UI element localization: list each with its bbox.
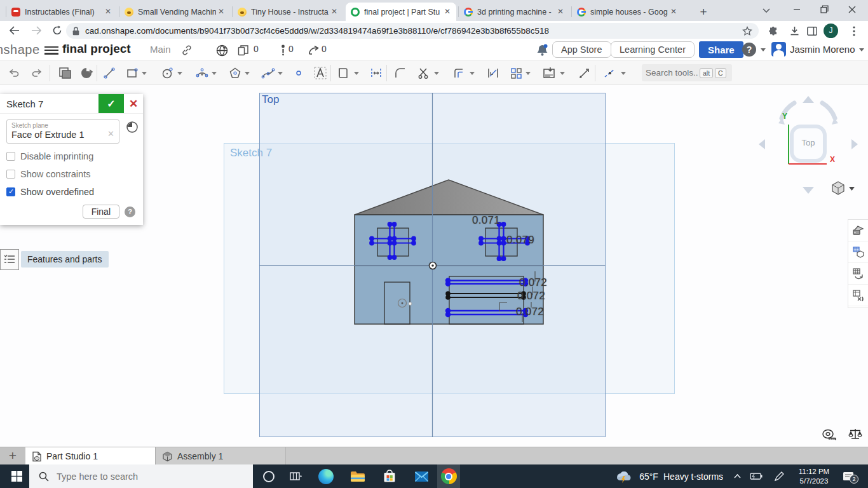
learning-center-button[interactable]: Learning Center: [611, 41, 695, 58]
tab-close-icon[interactable]: ✕: [442, 7, 452, 17]
refresh-button[interactable]: [50, 23, 65, 38]
microsoft-store-icon[interactable]: [378, 464, 401, 488]
offset-curve-icon[interactable]: [451, 65, 466, 81]
downloads-icon[interactable]: [787, 24, 802, 39]
rectangle-tool-icon[interactable]: [125, 65, 140, 81]
help-button[interactable]: ?: [742, 43, 756, 57]
document-title[interactable]: final project: [62, 42, 131, 56]
text-tool-icon[interactable]: [313, 65, 328, 81]
mail-icon[interactable]: [410, 464, 433, 488]
window-minimize-button[interactable]: [784, 0, 810, 21]
branch-export-icon[interactable]: [306, 43, 320, 57]
weather-temp[interactable]: 65°F: [635, 464, 662, 488]
user-menu-caret-icon[interactable]: [859, 48, 864, 51]
task-view-icon[interactable]: [284, 464, 307, 488]
tab-simple-houses[interactable]: simple houses - Goog ✕: [572, 3, 682, 21]
construction-dropdown-icon[interactable]: [620, 71, 627, 77]
dxf-import-icon[interactable]: [541, 65, 557, 81]
checkbox-row[interactable]: Disable imprinting: [6, 151, 137, 161]
extensions-puzzle-icon[interactable]: [766, 24, 781, 39]
dialog-help-icon[interactable]: ?: [125, 207, 135, 217]
polygon-tool-icon[interactable]: [227, 65, 243, 81]
accept-check-button[interactable]: ✓: [98, 94, 124, 113]
measure-arrow-icon[interactable]: [577, 65, 592, 81]
tab-close-icon[interactable]: ✕: [103, 7, 113, 17]
edge-browser-icon[interactable]: [315, 464, 337, 488]
back-button[interactable]: [6, 23, 22, 38]
line-tool-icon[interactable]: [102, 65, 117, 81]
insert-new-element-button[interactable]: +: [0, 447, 25, 465]
taskbar-search-input[interactable]: [57, 471, 228, 482]
taskbar-search-box[interactable]: [29, 464, 253, 488]
search-tools-box[interactable]: alt C: [642, 64, 732, 81]
forward-button[interactable]: [29, 23, 44, 38]
tab-close-icon[interactable]: ✕: [668, 7, 679, 17]
configurations-panel-icon[interactable]: [848, 241, 868, 263]
tab-instructables[interactable]: Instructables (Final) ✕: [6, 3, 117, 21]
tray-chevron-icon[interactable]: [729, 464, 745, 488]
dimension-value[interactable]: 0.079: [506, 234, 534, 247]
dimension-tool-icon[interactable]: [485, 65, 501, 81]
tab-close-icon[interactable]: ✕: [329, 7, 339, 17]
pen-icon[interactable]: [770, 464, 788, 488]
browser-menu-kebab-icon[interactable]: [846, 24, 862, 39]
bookmark-star-icon[interactable]: [742, 26, 752, 36]
cortana-icon[interactable]: [257, 464, 280, 488]
show-overdefined-checkbox[interactable]: [6, 187, 15, 196]
distance-tool-icon[interactable]: [369, 65, 384, 81]
window-restore-button[interactable]: [811, 0, 837, 21]
arc-tool-icon[interactable]: [194, 65, 210, 81]
dimension-value[interactable]: 0.072: [517, 290, 545, 302]
copy-faces-icon[interactable]: [57, 65, 72, 81]
checkbox-row[interactable]: Show constraints: [6, 169, 137, 179]
feature-list-toggle-button[interactable]: [0, 249, 19, 270]
copies-pages-icon[interactable]: [236, 43, 250, 57]
mass-properties-scale-icon[interactable]: [848, 428, 863, 444]
clear-selection-icon[interactable]: ✕: [107, 129, 114, 139]
undo-icon[interactable]: [6, 65, 22, 81]
variables-panel-icon[interactable]: [848, 285, 868, 306]
construction-line-icon[interactable]: [602, 65, 618, 81]
assembly-tab[interactable]: Assembly 1: [156, 447, 286, 465]
tab-close-icon[interactable]: ✕: [555, 7, 566, 17]
dxf-dropdown-icon[interactable]: [559, 71, 566, 77]
spline-dropdown-icon[interactable]: [277, 71, 283, 77]
taskbar-clock[interactable]: 11:12 PM 5/7/2023: [792, 464, 836, 488]
top-plane[interactable]: [259, 93, 606, 437]
part-studio-tab[interactable]: Part Studio 1: [25, 447, 156, 465]
dimension-value[interactable]: 0.072: [519, 276, 547, 289]
share-link-icon[interactable]: [180, 43, 194, 57]
workspace-name[interactable]: Main: [150, 44, 171, 55]
final-button[interactable]: Final: [83, 205, 119, 219]
polygon-dropdown-icon[interactable]: [244, 71, 250, 77]
pattern-dropdown-icon[interactable]: [525, 71, 531, 77]
globe-public-icon[interactable]: [215, 43, 229, 57]
share-button[interactable]: Share: [699, 41, 743, 58]
redo-icon[interactable]: [29, 65, 44, 81]
battery-icon[interactable]: [747, 464, 765, 488]
search-tools-input[interactable]: [646, 68, 698, 78]
point-tool-icon[interactable]: [291, 65, 306, 81]
arc-dropdown-icon[interactable]: [211, 71, 217, 77]
dimension-value[interactable]: 0.072: [516, 306, 544, 318]
notification-bell-icon[interactable]: [535, 43, 549, 57]
cancel-x-button[interactable]: ✕: [124, 94, 143, 113]
checkbox-row[interactable]: Show overdefined: [6, 187, 137, 197]
alerts-pin-icon[interactable]: [276, 43, 290, 57]
rectangle-dropdown-icon[interactable]: [141, 71, 147, 77]
file-explorer-icon[interactable]: [346, 464, 369, 488]
url-omnibox[interactable]: cad.onshape.com/documents/b9041f73b0d73c…: [66, 23, 759, 39]
disable-imprinting-checkbox[interactable]: [6, 152, 15, 161]
window-close-button[interactable]: [839, 0, 865, 21]
offset-surface-icon[interactable]: [336, 65, 351, 81]
user-name[interactable]: Jasmin Moreno: [790, 44, 855, 55]
tab-tiny-house[interactable]: Tiny House - Instructa ✕: [233, 3, 343, 21]
spline-tool-icon[interactable]: [261, 65, 276, 81]
tab-search-chevron-icon[interactable]: [754, 0, 779, 21]
circle-tool-icon[interactable]: [160, 65, 175, 81]
tab-close-icon[interactable]: ✕: [216, 7, 226, 17]
start-button[interactable]: [5, 464, 28, 488]
user-avatar-icon[interactable]: [771, 42, 786, 57]
circle-dropdown-icon[interactable]: [177, 71, 183, 77]
chrome-taskbar-active[interactable]: [437, 464, 460, 488]
